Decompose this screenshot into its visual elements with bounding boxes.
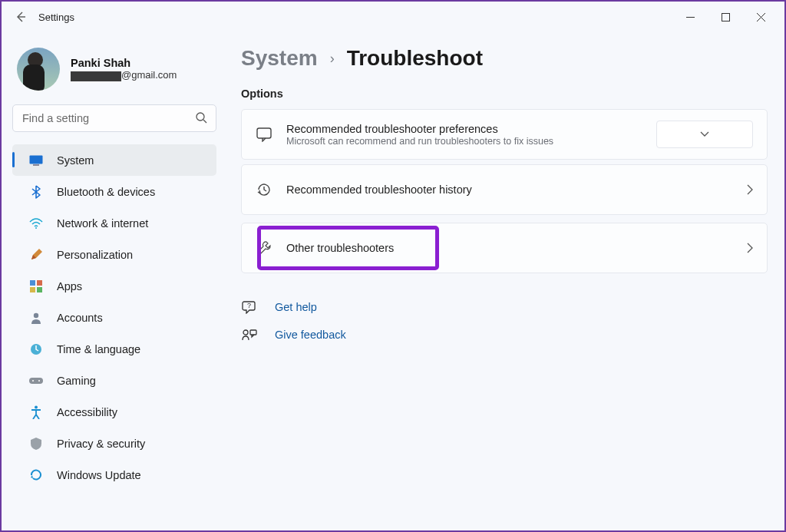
svg-rect-3 (33, 164, 39, 166)
nav-item-system[interactable]: System (12, 144, 216, 176)
nav: System Bluetooth & devices Network & int… (5, 144, 224, 491)
nav-label: Windows Update (57, 469, 141, 481)
row-other-troubleshooters[interactable]: Other troubleshooters (242, 223, 767, 273)
main-content: System › Troubleshoot Options Recommende… (232, 32, 784, 530)
back-button[interactable] (8, 4, 34, 30)
chevron-right-icon (747, 243, 753, 253)
svg-rect-11 (29, 378, 43, 384)
svg-point-12 (32, 380, 34, 382)
svg-rect-18 (250, 330, 256, 335)
minimize-button[interactable] (672, 5, 708, 28)
wrench-icon (256, 240, 272, 256)
row-title: Recommended troubleshooter history (286, 183, 733, 196)
svg-rect-8 (37, 287, 42, 292)
update-icon (29, 468, 43, 482)
sidebar: Panki Shah @gmail.com System Bluetooth &… (2, 32, 232, 530)
close-button[interactable] (743, 5, 778, 28)
svg-text:?: ? (247, 302, 251, 309)
nav-label: Accounts (57, 312, 103, 324)
chevron-right-icon: › (330, 51, 335, 67)
nav-label: Gaming (57, 375, 96, 387)
maximize-icon (722, 13, 730, 21)
titlebar: Settings (2, 2, 784, 32)
minimize-icon (686, 13, 695, 21)
svg-point-1 (196, 113, 204, 121)
svg-rect-7 (30, 287, 35, 292)
card-recommended-preferences: Recommended troubleshooter preferences M… (241, 109, 768, 160)
nav-item-personalization[interactable]: Personalization (12, 239, 216, 270)
svg-rect-2 (30, 155, 43, 164)
svg-rect-0 (722, 13, 729, 21)
nav-item-accessibility[interactable]: Accessibility (12, 396, 216, 428)
row-recommended-preferences[interactable]: Recommended troubleshooter preferences M… (242, 110, 767, 159)
app-title: Settings (38, 12, 74, 23)
system-icon (29, 154, 43, 167)
svg-rect-6 (37, 280, 42, 286)
search-box (12, 104, 216, 132)
history-icon (256, 181, 272, 198)
nav-label: Network & internet (57, 217, 148, 230)
close-icon (757, 13, 765, 21)
network-icon (29, 216, 43, 230)
nav-item-time-language[interactable]: Time & language (12, 333, 216, 365)
card-recommended-history: Recommended troubleshooter history (241, 164, 768, 215)
nav-label: Apps (57, 280, 82, 292)
search-input[interactable] (12, 104, 216, 132)
back-arrow-icon (15, 11, 27, 23)
nav-label: Accessibility (57, 406, 117, 418)
row-title: Recommended troubleshooter preferences (286, 123, 642, 135)
svg-rect-5 (30, 280, 35, 286)
time-icon (29, 342, 43, 356)
accounts-icon (29, 311, 43, 325)
svg-point-4 (35, 227, 37, 229)
nav-label: Privacy & security (57, 438, 145, 450)
gaming-icon (29, 374, 43, 388)
privacy-icon (29, 437, 43, 451)
accessibility-icon (29, 405, 43, 419)
svg-point-17 (243, 330, 248, 335)
nav-item-apps[interactable]: Apps (12, 270, 216, 302)
row-title: Other troubleshooters (286, 242, 733, 254)
nav-item-gaming[interactable]: Gaming (12, 365, 216, 396)
help-icon: ? (241, 300, 258, 314)
nav-label: System (57, 154, 94, 167)
nav-item-accounts[interactable]: Accounts (12, 302, 216, 333)
chevron-right-icon (747, 184, 753, 195)
help-links: ? Get help Give feedback (241, 293, 768, 349)
row-recommended-history[interactable]: Recommended troubleshooter history (242, 165, 767, 214)
nav-item-windows-update[interactable]: Windows Update (12, 459, 216, 491)
search-icon (195, 111, 207, 124)
nav-item-privacy[interactable]: Privacy & security (12, 428, 216, 459)
user-name: Panki Shah (71, 57, 177, 69)
chevron-down-icon (700, 131, 709, 137)
svg-point-9 (34, 312, 38, 317)
bluetooth-icon (29, 185, 43, 199)
link-text: Give feedback (275, 329, 346, 341)
breadcrumb-current: Troubleshoot (347, 46, 483, 71)
row-subtitle: Microsoft can recommend and run troubles… (286, 136, 642, 147)
avatar (17, 48, 60, 91)
give-feedback-link[interactable]: Give feedback (241, 321, 768, 349)
apps-icon (29, 279, 43, 293)
breadcrumb-parent[interactable]: System (241, 46, 318, 71)
svg-point-14 (35, 405, 38, 408)
personalization-icon (29, 248, 43, 262)
nav-label: Personalization (57, 249, 133, 261)
breadcrumb: System › Troubleshoot (241, 46, 768, 71)
preferences-dropdown[interactable] (656, 121, 753, 148)
svg-point-13 (38, 380, 40, 382)
nav-item-bluetooth[interactable]: Bluetooth & devices (12, 176, 216, 207)
user-email: @gmail.com (71, 69, 177, 81)
nav-label: Bluetooth & devices (57, 186, 155, 198)
card-other-troubleshooters: Other troubleshooters (241, 223, 768, 273)
nav-item-network[interactable]: Network & internet (12, 207, 216, 239)
maximize-button[interactable] (708, 5, 743, 28)
nav-label: Time & language (57, 343, 140, 355)
redacted-text (71, 71, 121, 81)
link-text: Get help (275, 301, 317, 313)
svg-rect-15 (257, 128, 271, 138)
chat-icon (256, 126, 272, 143)
get-help-link[interactable]: ? Get help (241, 293, 768, 321)
user-profile[interactable]: Panki Shah @gmail.com (5, 40, 224, 104)
feedback-icon (241, 329, 258, 341)
